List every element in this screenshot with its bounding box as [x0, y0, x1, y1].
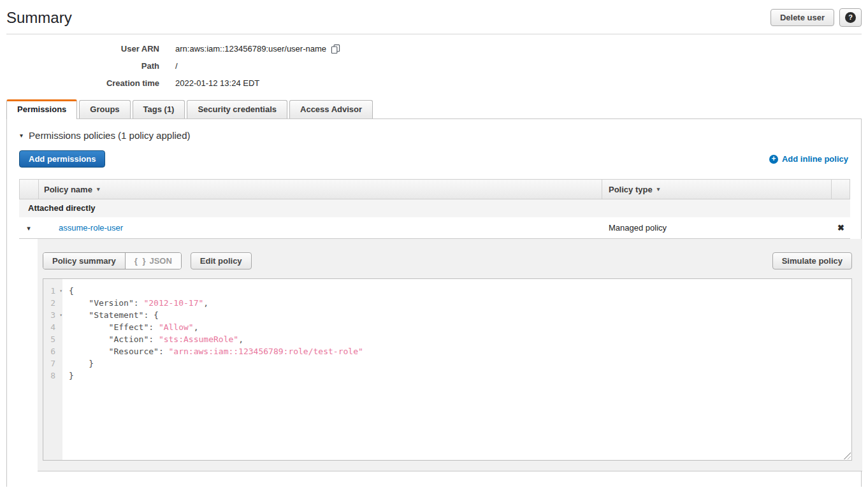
tab-strip: Permissions Groups Tags (1) Security cre…: [6, 99, 862, 118]
tab-permissions[interactable]: Permissions: [6, 99, 77, 119]
policy-type-header-label: Policy type: [609, 185, 653, 194]
code-line: "Resource": "arn:aws:iam::123456789:role…: [69, 345, 851, 357]
edit-policy-button[interactable]: Edit policy: [191, 252, 252, 269]
user-arn-row: User ARN arn:aws:iam::123456789:user/use…: [0, 40, 868, 57]
expander-column-header: [20, 180, 39, 199]
header-actions: Delete user ?: [770, 8, 862, 27]
policy-actions-row: Add permissions + Add inline policy: [7, 141, 861, 168]
code-line: "Effect": "Allow",: [69, 321, 851, 333]
policy-detail-panel: Policy summary { }JSON Edit policy Simul…: [38, 239, 862, 471]
user-arn-text: arn:aws:iam::123456789:user/user-name: [175, 44, 326, 54]
gutter-line-number: 7: [43, 357, 62, 370]
help-button[interactable]: ?: [839, 8, 862, 27]
gutter-line-number: 3▾: [43, 309, 62, 321]
add-inline-policy-label: Add inline policy: [782, 154, 848, 164]
policy-type-cell: Managed policy: [602, 223, 832, 233]
creation-time-label: Creation time: [0, 78, 159, 88]
gutter-line-number: 2: [43, 297, 62, 309]
creation-time-row: Creation time 2022-01-12 13:24 EDT: [0, 75, 868, 92]
user-arn-label: User ARN: [0, 44, 159, 54]
path-row: Path /: [0, 57, 868, 75]
policy-name-cell: assume-role-user: [38, 223, 602, 233]
policy-view-buttons: Policy summary { }JSON Edit policy: [43, 252, 252, 269]
policies-table-header: Policy name ▾ Policy type ▾: [19, 179, 850, 199]
policy-type-column-header[interactable]: Policy type ▾: [602, 180, 831, 199]
permissions-policies-section-header[interactable]: ▾ Permissions policies (1 policy applied…: [7, 119, 861, 141]
path-value: /: [175, 61, 178, 71]
simulate-policy-button[interactable]: Simulate policy: [772, 252, 852, 269]
fold-caret-icon[interactable]: ▾: [59, 309, 62, 321]
tab-groups[interactable]: Groups: [79, 100, 130, 118]
actions-column-header: [831, 180, 850, 199]
policy-view-toggle: Policy summary { }JSON: [43, 252, 182, 269]
policy-name-link[interactable]: assume-role-user: [59, 223, 123, 233]
json-view-button[interactable]: { }JSON: [125, 253, 181, 269]
delete-user-button[interactable]: Delete user: [770, 9, 834, 26]
code-line: "Version": "2012-10-17",: [69, 297, 851, 309]
braces-icon: { }: [134, 256, 147, 266]
policy-detail-toolbar: Policy summary { }JSON Edit policy Simul…: [43, 252, 852, 269]
code-line: }: [69, 357, 851, 370]
remove-policy-icon[interactable]: ✖: [837, 223, 844, 233]
tab-tags[interactable]: Tags (1): [133, 100, 185, 118]
policy-name-header-label: Policy name: [44, 185, 92, 194]
policies-table: Policy name ▾ Policy type ▾ Attached dir…: [19, 179, 850, 471]
tab-security-credentials[interactable]: Security credentials: [187, 100, 287, 118]
gutter-line-number: 5: [43, 333, 62, 345]
code-line: }: [69, 370, 851, 382]
code-line: "Statement": {: [69, 309, 851, 321]
code-line: {: [69, 285, 851, 297]
plus-icon: +: [769, 155, 778, 164]
policy-table-row: ▾ assume-role-user Managed policy ✖: [19, 217, 850, 239]
tab-access-advisor[interactable]: Access Advisor: [289, 100, 373, 118]
user-arn-value: arn:aws:iam::123456789:user/user-name: [175, 44, 340, 54]
sort-caret-icon: ▾: [657, 186, 660, 192]
policy-name-column-header[interactable]: Policy name ▾: [39, 180, 602, 199]
iam-user-summary-page: Summary Delete user ? User ARN arn:aws:i…: [0, 0, 868, 488]
policy-actions-cell: ✖: [832, 223, 850, 233]
add-permissions-button[interactable]: Add permissions: [19, 150, 105, 168]
policy-summary-button[interactable]: Policy summary: [43, 253, 125, 269]
json-button-label: JSON: [149, 256, 171, 266]
fold-caret-icon[interactable]: ▾: [59, 285, 62, 297]
code-line: "Action": "sts:AssumeRole",: [69, 333, 851, 345]
copy-icon[interactable]: [331, 44, 340, 54]
gutter-line-number: 6: [43, 345, 62, 357]
disclosure-caret-icon: ▾: [20, 132, 23, 139]
gutter-line-number: 1▾: [43, 285, 62, 297]
gutter-line-number: 8: [43, 370, 62, 382]
gutter-line-number: 4: [43, 321, 62, 333]
add-inline-policy-link[interactable]: + Add inline policy: [769, 154, 848, 164]
row-expander[interactable]: ▾: [19, 223, 38, 233]
permissions-tab-panel: ▾ Permissions policies (1 policy applied…: [6, 118, 862, 487]
editor-content[interactable]: { "Version": "2012-10-17", "Statement": …: [62, 279, 851, 460]
policy-json-editor: 1▾23▾45678 { "Version": "2012-10-17", "S…: [43, 278, 852, 461]
sort-caret-icon: ▾: [97, 186, 100, 192]
creation-time-value: 2022-01-12 13:24 EDT: [175, 78, 259, 88]
user-info-section: User ARN arn:aws:iam::123456789:user/use…: [0, 34, 868, 99]
expand-caret-icon: ▾: [27, 224, 31, 232]
help-icon: ?: [845, 12, 856, 23]
page-title: Summary: [6, 9, 72, 27]
attached-directly-group-row: Attached directly: [19, 199, 850, 217]
editor-gutter: 1▾23▾45678: [43, 279, 62, 460]
permissions-policies-title: Permissions policies (1 policy applied): [29, 130, 190, 141]
page-header: Summary Delete user ?: [0, 0, 868, 34]
path-label: Path: [0, 61, 159, 71]
